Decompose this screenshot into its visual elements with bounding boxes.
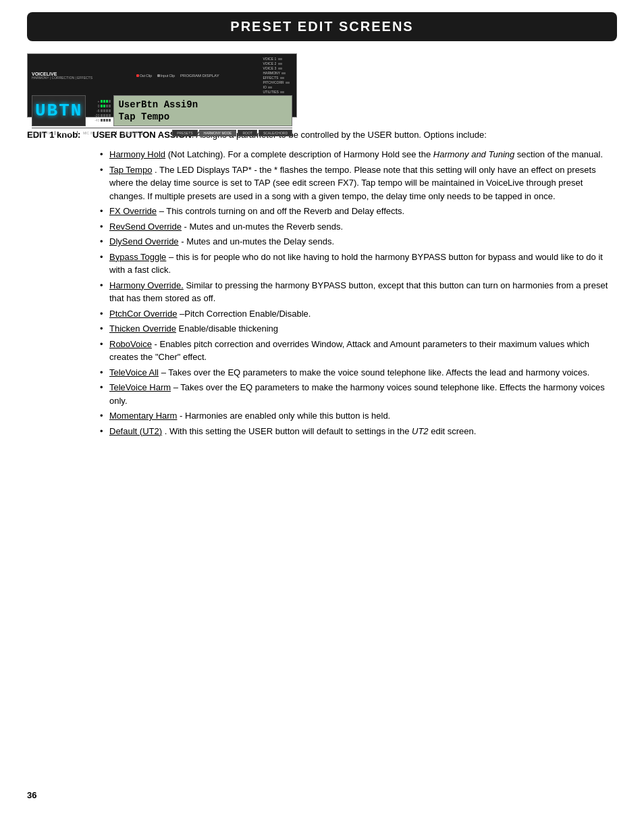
option-dlysend-override-desc: - Mutes and un-mutes the Delay sends.	[181, 236, 334, 246]
option-momentary-harm-desc: - Harmonies are enabled only while this …	[180, 411, 390, 421]
option-harmony-hold-italic: Harmony and Tuning	[433, 149, 514, 159]
page-header: PRESET EDIT SCREENS	[27, 12, 617, 41]
device-bottom-bar: GLOBAL FX EDITED MIC IN LIMIT ◀ MIDI IN …	[32, 128, 292, 136]
nav-tab-presets[interactable]: PRESETS	[172, 130, 197, 136]
option-default-ut2-rest: edit screen.	[431, 426, 476, 436]
option-harmony-hold-desc: (Not Latching). For a complete descripti…	[168, 149, 433, 159]
page-number: 36	[27, 790, 36, 800]
program-display-label: PROGRAM DISPLAY	[180, 74, 219, 78]
list-item: Bypass Toggle – this is for people who d…	[100, 249, 617, 278]
option-thicken: Thicken Override	[109, 323, 176, 334]
display-line1: UserBtn Assi9n	[118, 99, 288, 111]
list-item: Harmony Hold (Not Latching). For a compl…	[100, 147, 617, 163]
option-harmony-hold-rest: section of the manual.	[517, 149, 603, 159]
out-clip-indicator: Out Clip	[136, 74, 152, 78]
option-default-ut2: Default (UT2)	[109, 426, 162, 436]
nav-tab-scale-chord[interactable]: SCALE/CHORD	[259, 130, 292, 136]
option-televoice-all-desc: – Takes over the EQ parameters to make t…	[161, 367, 590, 377]
program-display: UserBtn Assi9n Tap Tempo	[113, 95, 292, 126]
input-clip-indicator: Input Clip	[157, 74, 175, 78]
option-televoice-all: TeleVoice All	[109, 367, 159, 377]
device-display-left: UBTN	[32, 95, 86, 126]
limit-indicator: LIMIT	[104, 131, 117, 135]
edited-indicator: EDITED	[61, 131, 78, 135]
option-ptchcor: PtchCor Override	[109, 309, 177, 319]
list-item: RoboVoice - Enables pitch correction and…	[100, 336, 617, 365]
nav-tab-root[interactable]: ROOT	[238, 130, 257, 136]
option-harmony-override-desc: Similar to pressing the harmony BYPASS b…	[109, 280, 608, 304]
list-item: TeleVoice Harm – Takes over the EQ param…	[100, 380, 617, 409]
option-fx-override: FX Override	[109, 206, 157, 216]
page-title: PRESET EDIT SCREENS	[41, 19, 603, 34]
option-ptchcor-desc: –Pitch Correction Enable/Disable.	[180, 309, 311, 319]
option-dlysend-override: DlySend Override	[109, 236, 179, 246]
mic-in-indicator: MIC IN	[83, 131, 99, 135]
nav-tab-harmony-mode[interactable]: HARMONY MODE	[199, 130, 237, 136]
list-item: Momentary Harm - Harmonies are enabled o…	[100, 409, 617, 424]
option-televoice-harm-desc: – Takes over the EQ parameters to make t…	[109, 382, 605, 406]
main-content: EDIT 1 knob: USER BUTTON ASSIGN. Assigns…	[27, 128, 617, 439]
option-tap-tempo-desc: . The LED Displays TAP* - the * flashes …	[109, 165, 596, 201]
option-robovoice: RoboVoice	[109, 339, 152, 349]
voice-indicators: VOICE 1 VOICE 2 VOICE 3 HARMONY EFFECTS …	[263, 57, 293, 94]
device-image-container: VOICELIVE HARMONY | CORRECTION | EFFECTS…	[27, 53, 617, 118]
option-robovoice-desc: - Enables pitch correction and overrides…	[109, 339, 589, 363]
display-line2: Tap Tempo	[118, 111, 288, 123]
option-fx-override-desc: – This controls turning on and off the R…	[159, 206, 405, 216]
option-thicken-desc: Enable/disable thickening	[179, 323, 278, 334]
list-item: Default (UT2) . With this setting the US…	[100, 423, 617, 439]
list-item: Tap Tempo . The LED Displays TAP* - the …	[100, 162, 617, 204]
option-revsend-override: RevSend Override	[109, 221, 182, 232]
option-revsend-override-desc: - Mutes and un-mutes the Reverb sends.	[184, 221, 344, 232]
option-harmony-override: Harmony Override.	[109, 280, 184, 290]
option-default-ut2-italic: UT2	[412, 426, 429, 436]
list-item: RevSend Override - Mutes and un-mutes th…	[100, 219, 617, 234]
option-bypass-toggle: Bypass Toggle	[109, 252, 166, 262]
options-ul: Harmony Hold (Not Latching). For a compl…	[100, 147, 617, 439]
option-momentary-harm: Momentary Harm	[109, 411, 177, 421]
midi-in-indicator: ◀ MIDI IN	[122, 131, 142, 135]
global-fx-indicator: GLOBAL FX	[32, 131, 55, 135]
voicelive-device: VOICELIVE HARMONY | CORRECTION | EFFECTS…	[27, 53, 297, 118]
list-item: FX Override – This controls turning on a…	[100, 204, 617, 219]
brand-sub: HARMONY | CORRECTION | EFFECTS	[32, 76, 92, 80]
option-harmony-hold: Harmony Hold	[109, 149, 165, 159]
option-default-ut2-desc: . With this setting the USER button will…	[165, 426, 412, 436]
option-tap-tempo: Tap Tempo	[109, 165, 152, 175]
list-item: Harmony Override. Similar to pressing th…	[100, 278, 617, 306]
list-item: PtchCor Override –Pitch Correction Enabl…	[100, 306, 617, 321]
option-bypass-toggle-desc: – this is for people who do not like hav…	[109, 252, 603, 276]
list-item: TeleVoice All – Takes over the EQ parame…	[100, 365, 617, 380]
big-letter-display: UBTN	[35, 101, 82, 121]
device-middle-meters: + 0 -6 -20	[88, 95, 111, 126]
list-item: DlySend Override - Mutes and un-mutes th…	[100, 234, 617, 250]
options-list: Harmony Hold (Not Latching). For a compl…	[100, 147, 617, 439]
option-televoice-harm: TeleVoice Harm	[109, 382, 171, 392]
list-item: Thicken Override Enable/disable thickeni…	[100, 321, 617, 337]
